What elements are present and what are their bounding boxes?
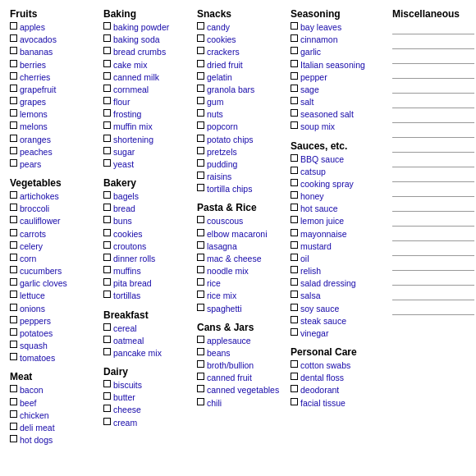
checkbox-icon[interactable] [103, 405, 111, 412]
checkbox-icon[interactable] [197, 291, 204, 298]
checkbox-icon[interactable] [10, 159, 17, 167]
checkbox-icon[interactable] [197, 254, 204, 261]
checkbox-icon[interactable] [197, 348, 204, 355]
checkbox-icon[interactable] [10, 34, 17, 42]
checkbox-icon[interactable] [291, 373, 298, 380]
checkbox-icon[interactable] [197, 47, 204, 54]
checkbox-icon[interactable] [291, 278, 298, 286]
checkbox-icon[interactable] [291, 85, 298, 92]
checkbox-icon[interactable] [103, 147, 111, 154]
checkbox-icon[interactable] [10, 341, 17, 348]
checkbox-icon[interactable] [197, 121, 204, 129]
checkbox-icon[interactable] [291, 304, 298, 311]
checkbox-icon[interactable] [197, 304, 204, 311]
checkbox-icon[interactable] [10, 410, 17, 418]
checkbox-icon[interactable] [197, 109, 204, 117]
checkbox-icon[interactable] [103, 323, 111, 331]
checkbox-icon[interactable] [197, 216, 204, 223]
checkbox-icon[interactable] [291, 360, 298, 368]
checkbox-icon[interactable] [197, 184, 204, 191]
checkbox-icon[interactable] [10, 97, 17, 104]
checkbox-icon[interactable] [103, 278, 111, 286]
checkbox-icon[interactable] [10, 229, 17, 236]
checkbox-icon[interactable] [291, 97, 298, 104]
checkbox-icon[interactable] [103, 392, 111, 400]
checkbox-icon[interactable] [103, 60, 111, 67]
checkbox-icon[interactable] [197, 278, 204, 286]
checkbox-icon[interactable] [291, 179, 298, 186]
checkbox-icon[interactable] [103, 97, 111, 104]
checkbox-icon[interactable] [10, 204, 17, 211]
checkbox-icon[interactable] [197, 385, 204, 392]
checkbox-icon[interactable] [10, 191, 17, 199]
checkbox-icon[interactable] [291, 254, 298, 261]
checkbox-icon[interactable] [10, 135, 17, 142]
checkbox-icon[interactable] [103, 204, 111, 211]
checkbox-icon[interactable] [197, 373, 204, 380]
checkbox-icon[interactable] [10, 398, 17, 405]
checkbox-icon[interactable] [291, 154, 298, 162]
checkbox-icon[interactable] [103, 348, 111, 355]
checkbox-icon[interactable] [103, 229, 111, 236]
checkbox-icon[interactable] [291, 121, 298, 129]
checkbox-icon[interactable] [291, 204, 298, 211]
checkbox-icon[interactable] [197, 34, 204, 42]
checkbox-icon[interactable] [10, 47, 17, 54]
checkbox-icon[interactable] [10, 316, 17, 323]
checkbox-icon[interactable] [103, 121, 111, 129]
checkbox-icon[interactable] [103, 191, 111, 199]
checkbox-icon[interactable] [197, 266, 204, 273]
checkbox-icon[interactable] [291, 266, 298, 273]
checkbox-icon[interactable] [10, 147, 17, 154]
checkbox-icon[interactable] [103, 135, 111, 142]
checkbox-icon[interactable] [10, 121, 17, 129]
checkbox-icon[interactable] [103, 109, 111, 117]
checkbox-icon[interactable] [291, 241, 298, 249]
checkbox-icon[interactable] [103, 336, 111, 343]
checkbox-icon[interactable] [197, 241, 204, 249]
checkbox-icon[interactable] [291, 72, 298, 80]
checkbox-icon[interactable] [197, 22, 204, 30]
checkbox-icon[interactable] [197, 360, 204, 368]
checkbox-icon[interactable] [103, 418, 111, 425]
checkbox-icon[interactable] [197, 72, 204, 80]
checkbox-icon[interactable] [103, 380, 111, 387]
checkbox-icon[interactable] [10, 72, 17, 80]
checkbox-icon[interactable] [291, 291, 298, 298]
checkbox-icon[interactable] [10, 109, 17, 117]
checkbox-icon[interactable] [197, 135, 204, 142]
checkbox-icon[interactable] [291, 191, 298, 199]
checkbox-icon[interactable] [197, 172, 204, 179]
checkbox-icon[interactable] [197, 97, 204, 104]
checkbox-icon[interactable] [197, 336, 204, 343]
checkbox-icon[interactable] [10, 385, 17, 392]
checkbox-icon[interactable] [291, 60, 298, 67]
checkbox-icon[interactable] [10, 328, 17, 336]
checkbox-icon[interactable] [291, 22, 298, 30]
checkbox-icon[interactable] [10, 278, 17, 286]
checkbox-icon[interactable] [103, 241, 111, 249]
checkbox-icon[interactable] [103, 22, 111, 30]
checkbox-icon[interactable] [103, 72, 111, 80]
checkbox-icon[interactable] [10, 304, 17, 311]
checkbox-icon[interactable] [10, 254, 17, 261]
checkbox-icon[interactable] [197, 159, 204, 167]
checkbox-icon[interactable] [103, 291, 111, 298]
checkbox-icon[interactable] [103, 47, 111, 54]
checkbox-icon[interactable] [10, 22, 17, 30]
checkbox-icon[interactable] [197, 229, 204, 236]
checkbox-icon[interactable] [291, 167, 298, 174]
checkbox-icon[interactable] [291, 34, 298, 42]
checkbox-icon[interactable] [103, 254, 111, 261]
checkbox-icon[interactable] [291, 109, 298, 117]
checkbox-icon[interactable] [291, 47, 298, 54]
checkbox-icon[interactable] [291, 229, 298, 236]
checkbox-icon[interactable] [10, 216, 17, 223]
checkbox-icon[interactable] [10, 266, 17, 273]
checkbox-icon[interactable] [10, 60, 17, 67]
checkbox-icon[interactable] [291, 216, 298, 223]
checkbox-icon[interactable] [291, 328, 298, 336]
checkbox-icon[interactable] [103, 34, 111, 42]
checkbox-icon[interactable] [103, 266, 111, 273]
checkbox-icon[interactable] [10, 291, 17, 298]
